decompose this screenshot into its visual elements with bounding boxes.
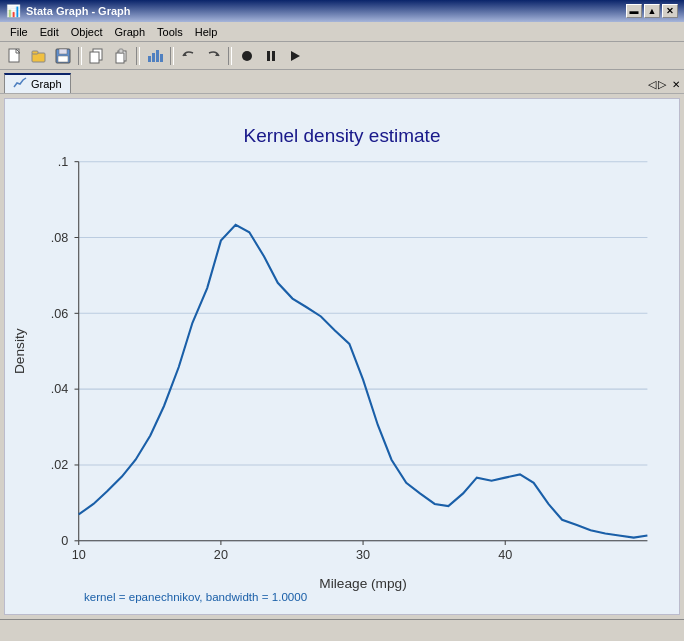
svg-rect-14 [156,50,159,62]
title-bar: 📊 Stata Graph - Graph ▬ ▲ ✕ [0,0,684,22]
svg-rect-12 [148,56,151,62]
stop-button[interactable] [236,46,258,66]
open-button[interactable] [28,46,50,66]
svg-rect-10 [116,53,124,63]
menu-edit[interactable]: Edit [34,25,65,39]
redo-button[interactable] [202,46,224,66]
svg-text:0: 0 [61,534,68,548]
x-axis-label: Mileage (mpg) [319,576,406,591]
separator-4 [228,47,232,65]
tab-nav: ◁ ▷ ✕ [648,78,680,93]
svg-text:.06: .06 [51,307,69,321]
chart-panel: Kernel density estimate 0 .02 .04 [4,98,680,615]
app-icon: 📊 [6,4,21,18]
svg-text:.02: .02 [51,458,69,472]
undo-button[interactable] [178,46,200,66]
separator-2 [136,47,140,65]
svg-rect-15 [160,54,163,62]
svg-text:20: 20 [214,548,228,562]
minimize-button[interactable]: ▬ [626,4,642,18]
menu-tools[interactable]: Tools [151,25,189,39]
y-axis-label: Density [12,328,27,374]
separator-1 [78,47,82,65]
save-button[interactable] [52,46,74,66]
menu-bar: File Edit Object Graph Tools Help [0,22,684,42]
tab-label: Graph [31,78,62,90]
chart-footnote: kernel = epanechnikov, bandwidth = 1.000… [84,591,307,603]
close-button[interactable]: ✕ [662,4,678,18]
separator-3 [170,47,174,65]
toolbar [0,42,684,70]
svg-text:40: 40 [498,548,512,562]
svg-rect-17 [79,162,648,541]
svg-text:.08: .08 [51,231,69,245]
tab-next-button[interactable]: ▷ [658,78,666,91]
graph-tab[interactable]: Graph [4,73,71,93]
play-button[interactable] [284,46,306,66]
svg-text:10: 10 [72,548,86,562]
chart-svg: Kernel density estimate 0 .02 .04 [5,99,679,614]
svg-rect-11 [119,49,123,53]
window-title: Stata Graph - Graph [26,5,131,17]
content-area: Kernel density estimate 0 .02 .04 [0,94,684,619]
svg-rect-13 [152,53,155,62]
window-controls: ▬ ▲ ✕ [626,4,678,18]
status-bar [0,619,684,641]
svg-rect-6 [58,56,68,62]
menu-help[interactable]: Help [189,25,224,39]
menu-object[interactable]: Object [65,25,109,39]
tab-area: Graph ◁ ▷ ✕ [0,70,684,94]
paste-button[interactable] [110,46,132,66]
svg-rect-3 [32,51,38,54]
tab-close-button[interactable]: ✕ [672,79,680,90]
tab-prev-button[interactable]: ◁ [648,78,656,91]
pause-button[interactable] [260,46,282,66]
svg-text:.04: .04 [51,382,69,396]
tab-icon [13,77,27,91]
chart-button[interactable] [144,46,166,66]
svg-text:30: 30 [356,548,370,562]
svg-rect-8 [90,52,99,63]
new-button[interactable] [4,46,26,66]
svg-rect-5 [59,49,67,54]
copy-button[interactable] [86,46,108,66]
svg-text:.1: .1 [58,155,69,169]
maximize-button[interactable]: ▲ [644,4,660,18]
menu-graph[interactable]: Graph [109,25,152,39]
menu-file[interactable]: File [4,25,34,39]
chart-title: Kernel density estimate [244,125,441,146]
